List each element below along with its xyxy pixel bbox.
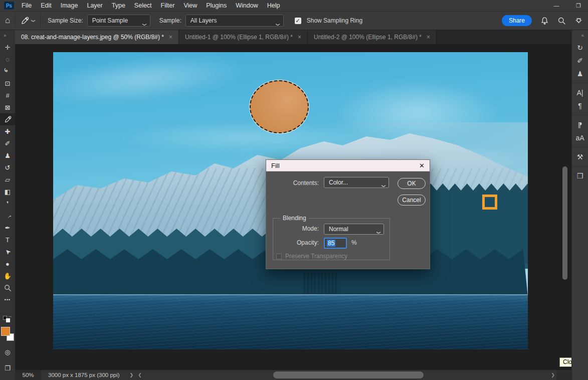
panel-dock: « ↻ ✐ ♟ A| ¶ ⁋ aA ⚒ ❒: [571, 30, 588, 380]
history-brush-tool[interactable]: ↺: [1, 161, 14, 173]
path-selection-tool[interactable]: ➤: [1, 246, 14, 258]
pen-tool[interactable]: ✒: [1, 222, 14, 234]
sample-size-label: Sample Size:: [48, 17, 83, 24]
opacity-input[interactable]: 85: [324, 238, 347, 249]
toolbar-expand-icon[interactable]: »: [0, 30, 7, 41]
preserve-transparency-checkbox[interactable]: [276, 254, 282, 259]
eyedropper-icon: [21, 17, 29, 25]
frame-tool[interactable]: ⊠: [1, 101, 14, 113]
edit-toolbar-icon[interactable]: •••: [1, 294, 14, 306]
libraries-panel-icon[interactable]: ❒: [572, 169, 588, 182]
sample-size-dropdown[interactable]: Point Sample ❯: [87, 15, 150, 27]
menu-select[interactable]: Select: [130, 0, 156, 11]
scroll-left-icon[interactable]: ❮: [136, 372, 143, 377]
search-icon[interactable]: [557, 17, 566, 25]
minimize-button[interactable]: —: [553, 3, 560, 9]
chevron-down-icon: ❯: [272, 23, 283, 27]
restore-button[interactable]: ❐: [575, 3, 582, 9]
menu-edit[interactable]: Edit: [36, 0, 56, 11]
character-styles-panel-icon[interactable]: aA: [572, 131, 588, 144]
lasso-tool[interactable]: و: [1, 65, 14, 77]
elliptical-marquee-tool[interactable]: ◌: [1, 53, 14, 65]
type-tool[interactable]: T: [1, 234, 14, 246]
swap-colors-icon[interactable]: ↔: [8, 314, 12, 318]
tools-panel: » ✛ ◌ و ⊡ # ⊠ ✚ ✐ ♟ ↺ ▱ ◧ ❜ ♩ ✒ T ➤ ● ✋: [0, 30, 15, 380]
show-sampling-ring-checkbox[interactable]: ✓: [295, 18, 301, 24]
photoshop-logo-icon: Ps: [4, 2, 14, 10]
contents-dropdown[interactable]: Color... ❯: [324, 177, 389, 188]
dialog-close-icon[interactable]: ✕: [419, 162, 425, 169]
history-panel-icon[interactable]: ↻: [572, 41, 588, 54]
glyphs-panel-icon[interactable]: ⁋: [572, 118, 588, 131]
menu-type[interactable]: Type: [107, 0, 130, 11]
brush-tool[interactable]: ✐: [1, 137, 14, 149]
dialog-title-bar[interactable]: Fill ✕: [266, 160, 430, 171]
ok-button[interactable]: OK: [398, 178, 426, 189]
close-tab-icon[interactable]: ×: [169, 34, 172, 41]
contents-label: Contents:: [271, 179, 319, 186]
clone-stamp-tool[interactable]: ♟: [1, 149, 14, 161]
status-chevron-icon[interactable]: ❯: [127, 372, 137, 377]
work-area: Fill ✕ Contents: Color... ❯ OK Cancel Bl…: [15, 44, 571, 370]
blur-tool[interactable]: ❜: [1, 198, 14, 210]
menu-layer[interactable]: Layer: [82, 0, 107, 11]
home-icon[interactable]: ⌂: [5, 16, 10, 26]
sample-dropdown[interactable]: All Layers ❯: [185, 15, 284, 27]
discover-lightbulb-icon[interactable]: [574, 17, 583, 25]
tab-document-1[interactable]: 08. creat-and-manage-layers.jpeg @ 50% (…: [15, 30, 179, 44]
mode-dropdown[interactable]: Normal ❯: [324, 224, 384, 235]
gradient-tool[interactable]: ◧: [1, 185, 14, 198]
clone-source-panel-icon[interactable]: ♟: [572, 67, 588, 80]
hand-tool[interactable]: ✋: [1, 270, 14, 282]
default-colors-icon[interactable]: ↔: [3, 316, 12, 323]
brush-settings-panel-icon[interactable]: ✐: [572, 54, 588, 67]
dodge-tool[interactable]: ♩: [1, 210, 14, 222]
window-controls: — ❐: [553, 0, 582, 11]
screen-mode-button[interactable]: ❐: [1, 362, 14, 374]
close-tab-icon[interactable]: ×: [298, 34, 301, 41]
chevron-down-icon: ❯: [31, 19, 36, 23]
menu-view[interactable]: View: [179, 0, 202, 11]
dialog-title: Fill: [271, 162, 280, 169]
object-selection-tool[interactable]: ⊡: [1, 77, 14, 89]
tab-document-3[interactable]: Untitled-2 @ 100% (Ellipse 1, RGB/8#) *×: [308, 30, 437, 44]
chevron-down-icon: ❯: [374, 231, 384, 235]
quick-mask-button[interactable]: ◎: [1, 346, 14, 358]
bell-icon[interactable]: [540, 17, 549, 25]
photoshop-window: Ps File Edit Image Layer Type Select Fil…: [0, 0, 588, 380]
tab-document-2[interactable]: Untitled-1 @ 100% (Ellipse 1, RGB/8#) *×: [179, 30, 308, 44]
eyedropper-tool[interactable]: [0, 113, 15, 125]
crop-tool[interactable]: #: [1, 89, 14, 101]
spot-healing-brush-tool[interactable]: ✚: [1, 125, 14, 137]
menu-help[interactable]: Help: [263, 0, 285, 11]
eyedropper-preset[interactable]: ❯: [21, 17, 35, 25]
move-tool[interactable]: ✛: [1, 41, 14, 53]
zoom-level-field[interactable]: 50%: [15, 370, 41, 380]
menu-file[interactable]: File: [17, 0, 36, 11]
ellipse-tool[interactable]: ●: [1, 258, 14, 270]
scroll-right-icon[interactable]: ❯: [549, 372, 556, 377]
paragraph-panel-icon[interactable]: ¶: [572, 99, 588, 112]
panel-collapse-icon[interactable]: «: [581, 30, 588, 41]
document-tab-bar: 08. creat-and-manage-layers.jpeg @ 50% (…: [15, 30, 571, 44]
character-panel-icon[interactable]: A|: [572, 86, 588, 99]
selected-ellipse-shape[interactable]: [250, 80, 309, 133]
tool-presets-panel-icon[interactable]: ⚒: [572, 150, 588, 163]
menu-plugins[interactable]: Plugins: [202, 0, 231, 11]
vertical-scrollbar[interactable]: [562, 166, 567, 280]
share-button[interactable]: Share: [502, 15, 532, 26]
eraser-tool[interactable]: ▱: [1, 173, 14, 185]
menu-filter[interactable]: Filter: [156, 0, 179, 11]
close-tab-icon[interactable]: ×: [427, 34, 430, 41]
zoom-tool[interactable]: [1, 282, 14, 294]
blending-label: Blending: [280, 215, 309, 222]
preserve-transparency-label: Preserve Transparency: [285, 253, 347, 260]
scroll-track[interactable]: [143, 370, 549, 380]
show-sampling-ring-label: Show Sampling Ring: [307, 17, 362, 24]
menu-window[interactable]: Window: [231, 0, 262, 11]
menu-image[interactable]: Image: [56, 0, 83, 11]
scroll-thumb[interactable]: [273, 371, 424, 378]
horizontal-scrollbar[interactable]: ❮ ❯: [136, 370, 556, 380]
cancel-button[interactable]: Cancel: [398, 195, 426, 206]
foreground-color-swatch[interactable]: [1, 327, 10, 336]
